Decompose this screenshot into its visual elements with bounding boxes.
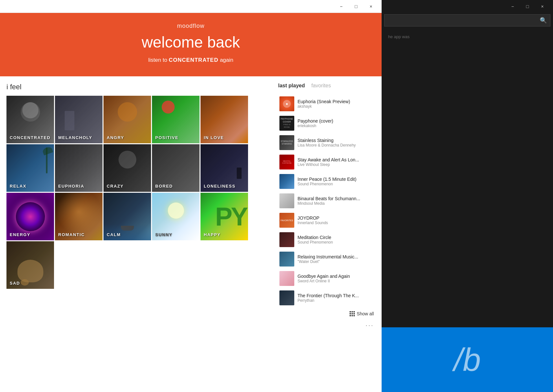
- mood-tile-concentrated[interactable]: CONCENTRATED: [6, 96, 54, 143]
- second-minimize-btn[interactable]: −: [505, 2, 520, 11]
- track-item-relaxing[interactable]: Relaxing Instrumental Music... "Water Du…: [278, 250, 375, 268]
- track-artist: "Water Duet": [298, 259, 374, 264]
- track-info-euphoria-preview: Euphoria (Sneak Preview) akshayk: [298, 99, 374, 109]
- track-title: Binaural Beats for Schumann...: [298, 196, 374, 201]
- mood-section-title: i feel: [6, 83, 272, 91]
- mood-section: i feel CONCENTRATED MELAN: [6, 83, 272, 392]
- minimize-button[interactable]: −: [334, 2, 349, 11]
- track-item-binaural[interactable]: Binaural Beats for Schumann... Mindsoul …: [278, 191, 375, 210]
- track-thumb-relaxing: [279, 252, 294, 267]
- track-artist: Sound Phenomenon: [298, 182, 374, 186]
- mood-label-happy: HAPPY: [204, 232, 221, 237]
- second-close-btn[interactable]: ×: [535, 2, 550, 11]
- second-maximize-btn[interactable]: □: [520, 2, 535, 11]
- track-artist: Innerland Sounds: [298, 221, 374, 225]
- track-artist: eriekakosh: [298, 124, 374, 128]
- track-title: JOYDROP: [298, 215, 374, 221]
- track-item-stainless[interactable]: STAINLESSSTAINING Stainless Staining Lis…: [278, 133, 375, 152]
- track-info-meditation: Meditation Circle Sound Phenomenon: [298, 235, 374, 245]
- track-item-euphoria-preview[interactable]: ● Euphoria (Sneak Preview) akshayk: [278, 94, 375, 113]
- track-info-stainless: Stainless Staining Lisa Moore & Donnacha…: [298, 138, 374, 147]
- track-item-innerpece[interactable]: Inner Peace (1.5 Minute Edit) Sound Phen…: [278, 172, 375, 191]
- mood-tile-romantic[interactable]: ROMANTIC: [55, 193, 103, 240]
- mood-label-bored: BORED: [155, 184, 173, 189]
- dark-message: he app was: [388, 34, 547, 39]
- mood-tile-happy[interactable]: PY HAPPY: [201, 193, 248, 240]
- track-item-payphone[interactable]: PAYPHONECOVERFRED & ROSIE Payphone (cove…: [278, 114, 375, 133]
- track-item-joydrop[interactable]: FAVORITES JOYDROP Innerland Sounds: [278, 211, 375, 230]
- track-artist: Mindsoul Media: [298, 201, 374, 206]
- close-button[interactable]: ×: [363, 2, 378, 11]
- track-title: Stay Awake and Alert As Lon...: [298, 157, 374, 162]
- mood-tile-inlove[interactable]: IN LOVE: [201, 96, 248, 143]
- show-all-button[interactable]: Show all: [350, 311, 374, 316]
- track-thumb-goodbye: [279, 271, 294, 286]
- mood-label-inlove: IN LOVE: [204, 135, 224, 140]
- mood-tile-calm[interactable]: CALM: [103, 193, 151, 240]
- track-thumb-binaural: [279, 193, 294, 208]
- hero-section: moodflow welcome back listen to CONCENTR…: [0, 13, 382, 76]
- track-info-innerpece: Inner Peace (1.5 Minute Edit) Sound Phen…: [298, 177, 374, 186]
- tab-favorites[interactable]: favorites: [311, 83, 331, 89]
- track-info-staywake: Stay Awake and Alert As Lon... Live With…: [298, 157, 374, 167]
- mood-tile-sunny[interactable]: SUNNY: [152, 193, 200, 240]
- track-artist: Sound Phenomenon: [298, 240, 374, 245]
- mood-tile-crazy[interactable]: CRAZY: [103, 144, 151, 192]
- mood-tile-relax[interactable]: RELAX: [6, 144, 54, 192]
- track-title: Inner Peace (1.5 Minute Edit): [298, 177, 374, 182]
- grid-icon: [350, 311, 355, 316]
- track-thumb-joydrop: FAVORITES: [279, 213, 294, 228]
- mood-tile-angry[interactable]: ANGRY: [103, 96, 151, 143]
- mood-label-crazy: CRAZY: [107, 184, 124, 189]
- search-area: 🔍: [384, 14, 550, 27]
- search-box[interactable]: 🔍: [384, 14, 550, 27]
- track-thumb-stainless: STAINLESSSTAINING: [279, 135, 294, 150]
- track-thumb-meditation: [279, 232, 294, 247]
- mood-tile-sad[interactable]: SAD: [6, 241, 54, 289]
- mood-label-sad: SAD: [10, 281, 20, 286]
- more-dots: ···: [278, 319, 375, 332]
- track-item-meditation[interactable]: Meditation Circle Sound Phenomenon: [278, 230, 375, 249]
- track-title: Euphoria (Sneak Preview): [298, 99, 374, 104]
- title-bar: − □ ×: [0, 0, 382, 13]
- show-all-area: Show all: [278, 309, 375, 319]
- track-info-relaxing: Relaxing Instrumental Music... "Water Du…: [298, 254, 374, 264]
- mood-tile-loneliness[interactable]: LONELINESS: [201, 144, 248, 192]
- track-info-joydrop: JOYDROP Innerland Sounds: [298, 215, 374, 225]
- track-thumb-innerpece: [279, 174, 294, 189]
- track-item-goodbye[interactable]: Goodbye Again and Again Sword Art Online…: [278, 269, 375, 288]
- second-window: − □ × 🔍 he app was /b: [382, 0, 553, 392]
- track-title: Relaxing Instrumental Music...: [298, 254, 374, 259]
- second-title-bar: − □ ×: [382, 0, 553, 13]
- mood-tile-positive[interactable]: POSITIVE: [152, 96, 200, 143]
- mood-label-angry: ANGRY: [107, 135, 124, 140]
- track-title: Stainless Staining: [298, 138, 374, 143]
- track-info-goodbye: Goodbye Again and Again Sword Art Online…: [298, 274, 374, 283]
- tab-last-played[interactable]: last played: [278, 83, 305, 89]
- mood-tile-bored[interactable]: BORED: [152, 144, 200, 192]
- track-artist: Live Without Sleep: [298, 162, 374, 167]
- track-title: Goodbye Again and Again: [298, 274, 374, 279]
- track-thumb-euphoria-preview: ●: [279, 96, 294, 111]
- track-artist: Lisa Moore & Donnacha Dennehy: [298, 143, 374, 147]
- maximize-button[interactable]: □: [349, 2, 363, 11]
- mood-label-sunny: SUNNY: [155, 232, 172, 237]
- track-thumb-staywake: MENTALCAFFEINE: [279, 155, 294, 169]
- mood-tile-euphoria[interactable]: EUPHORIA: [55, 144, 103, 192]
- track-item-frontier[interactable]: The Frontier (Through The K... Perrythan: [278, 289, 375, 307]
- mood-tile-melancholy[interactable]: MELANCHOLY: [55, 96, 103, 143]
- track-artist: Sword Art Online II: [298, 279, 374, 283]
- mood-label-relax: RELAX: [10, 184, 27, 189]
- main-window: − □ × moodflow welcome back listen to CO…: [0, 0, 382, 392]
- mood-label-concentrated: CONCENTRATED: [10, 135, 50, 140]
- track-item-staywake[interactable]: MENTALCAFFEINE Stay Awake and Alert As L…: [278, 153, 375, 171]
- sidebar-tabs: last played favorites: [278, 83, 375, 89]
- welcome-title: welcome back: [0, 33, 382, 51]
- blue-letter: /b: [454, 341, 481, 378]
- dark-content: he app was: [382, 28, 553, 327]
- track-info-binaural: Binaural Beats for Schumann... Mindsoul …: [298, 196, 374, 206]
- track-info-payphone: Payphone (cover) eriekakosh: [298, 118, 374, 128]
- hero-subtitle: listen to CONCENTRATED again: [0, 57, 382, 63]
- mood-label-romantic: ROMANTIC: [58, 232, 85, 237]
- mood-tile-energy[interactable]: ENERGY: [6, 193, 54, 240]
